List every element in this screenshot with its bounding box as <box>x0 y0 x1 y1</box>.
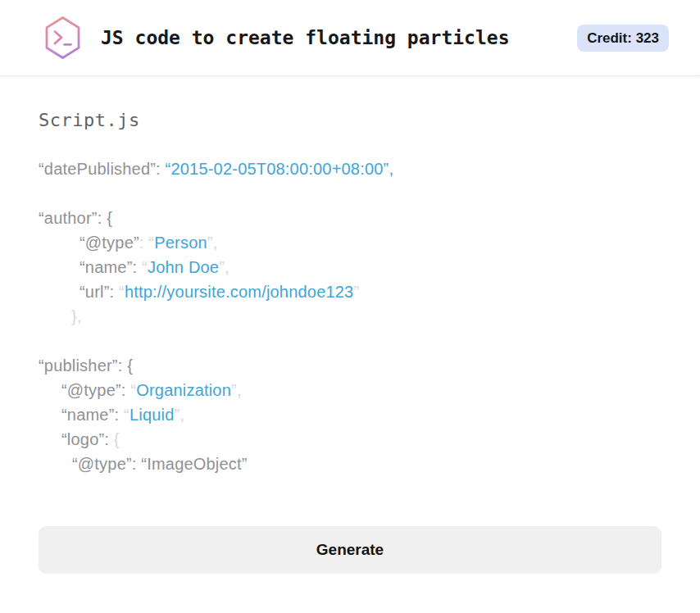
terminal-prompt-hexagon-icon <box>43 16 83 60</box>
filename-heading: Script.js <box>39 110 661 130</box>
code-segment-punct: : “ <box>139 234 154 252</box>
code-segment-key: “url”: <box>80 283 119 301</box>
code-segment-key: “datePublished”: <box>39 160 166 178</box>
code-line: “@type”: “ImageObject” <box>39 452 661 476</box>
code-blank-line <box>39 329 661 353</box>
code-segment-key: “logo”: <box>61 430 114 448</box>
code-line: “datePublished”: “2015-02-05T08:00:00+08… <box>39 157 661 181</box>
code-editor: “datePublished”: “2015-02-05T08:00:00+08… <box>39 157 661 476</box>
code-segment-key: “name”: <box>80 258 142 276</box>
credit-badge: Credit: 323 <box>577 25 669 52</box>
code-line: “@type”: “Person”, <box>39 230 661 255</box>
code-segment-punct: }, <box>71 307 82 325</box>
code-line: }, <box>39 304 661 329</box>
code-segment-punct: “ <box>119 283 125 301</box>
code-line: “@type”: “Organization”, <box>39 378 661 402</box>
code-segment-punct: ”, <box>219 258 230 276</box>
code-segment-key: “@type”: <box>61 381 130 399</box>
code-line: “url”: “http://yoursite.com/johndoe123” <box>39 279 661 304</box>
code-segment-punct: “ <box>142 258 148 276</box>
code-segment-key: “publisher”: { <box>39 356 133 375</box>
code-segment-key: “@type” <box>80 234 139 252</box>
code-segment-key: “@type”: “ImageObject” <box>72 455 248 473</box>
code-segment-punct: { <box>114 430 120 448</box>
main-content: Script.js “datePublished”: “2015-02-05T0… <box>0 110 700 574</box>
code-segment-punct: ”, <box>231 381 242 399</box>
code-segment-punct: ”, <box>175 406 185 424</box>
code-line: “author”: { <box>39 206 661 230</box>
code-segment-value: “2015-02-05T08:00:00+08:00”, <box>166 160 394 178</box>
header: JS code to create floating particles Cre… <box>0 0 700 76</box>
code-segment-punct: ” <box>353 283 359 301</box>
code-blank-line <box>39 181 661 206</box>
code-segment-value: John Doe <box>148 258 219 276</box>
code-segment-key: “author”: { <box>39 209 112 227</box>
code-line: “name”: “John Doe”, <box>39 255 661 279</box>
code-segment-value: Person <box>154 234 207 252</box>
page-title: JS code to create floating particles <box>101 27 510 48</box>
code-segment-key: “name”: <box>61 406 124 424</box>
code-line: “name”: “Liquid”, <box>39 402 661 427</box>
code-segment-punct: ”, <box>207 234 218 252</box>
app-logo <box>43 16 83 60</box>
app: JS code to create floating particles Cre… <box>0 0 700 613</box>
code-segment-value: Organization <box>136 381 231 399</box>
code-line: “logo”: { <box>39 427 661 452</box>
code-segment-value: http://yoursite.com/johndoe123 <box>125 283 354 301</box>
code-segment-punct: “ <box>124 406 130 424</box>
generate-button[interactable]: Generate <box>39 526 661 574</box>
code-segment-value: Liquid <box>130 406 175 424</box>
code-line: “publisher”: { <box>39 353 661 378</box>
